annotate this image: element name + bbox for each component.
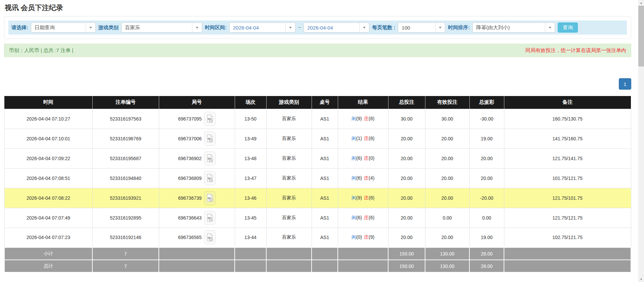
cell-payout: 0.00 <box>469 208 504 228</box>
cell-valid-bet: 20.00 <box>425 129 469 148</box>
video-replay-button[interactable] <box>204 171 216 185</box>
cell-payout: 20.00 <box>469 148 504 168</box>
cell-valid-bet: 0.00 <box>425 208 469 228</box>
table-header: 时间 注单编号 局号 场次 游戏类别 桌号 结果 总投注 有效投注 总派彩 备注 <box>4 96 631 109</box>
empty-cell <box>312 260 338 272</box>
subtotal-row: 小计 7 150.00 130.00 28.00 <box>4 247 631 260</box>
cell-round-id: 696737095 <box>159 109 235 129</box>
cell-total-bet-link[interactable]: 30.00 <box>388 109 425 129</box>
search-button[interactable]: 查询 <box>558 22 578 33</box>
result-player: 闲 <box>352 234 356 240</box>
header-time: 时间 <box>4 96 92 109</box>
scrollbar[interactable]: ▲ ▼ <box>638 0 644 282</box>
header-bet-id: 注单编号 <box>92 96 159 109</box>
valid-bet-note: 同局有效投注，统一计算在该局第一张注单内 <box>525 47 626 54</box>
cell-session: 13-50 <box>235 109 266 129</box>
result-player-score: (0) <box>356 234 362 240</box>
pagination: 1 <box>4 78 631 90</box>
empty-cell <box>504 260 631 272</box>
total-total-bet: 150.00 <box>388 260 425 272</box>
result-player-score: (9) <box>356 116 362 121</box>
result-banker: 庄 <box>364 155 369 161</box>
table-row: 2026-04-04 07:07:23 523316192146 6967365… <box>4 228 631 247</box>
round-id-text: 696736565 <box>178 235 201 240</box>
result-player-score: (1) <box>356 136 362 141</box>
cell-game-type: 百家乐 <box>266 148 312 168</box>
cell-total-bet-link[interactable]: 20.00 <box>388 168 425 188</box>
header-round-id: 局号 <box>159 96 235 109</box>
cell-total-bet-link[interactable]: 20.00 <box>388 129 425 148</box>
result-banker: 庄 <box>364 136 369 141</box>
cell-total-bet-link[interactable]: 20.00 <box>388 188 425 208</box>
result-banker: 庄 <box>364 234 369 240</box>
video-replay-button[interactable] <box>204 151 216 166</box>
currency-total-summary: 币别：人民币 | 总共 :7 注单 | <box>9 47 73 54</box>
empty-cell <box>159 260 235 272</box>
cell-result: 闲(9)庄(8) <box>338 188 388 208</box>
page-size-select[interactable]: 100 <box>398 22 445 33</box>
chevron-down-icon <box>285 23 295 32</box>
time-range-label: 时间区间: <box>205 25 227 31</box>
cell-session: 13-48 <box>235 148 266 168</box>
video-replay-button[interactable] <box>204 132 216 146</box>
sort-value: 降幂(由大到小) <box>473 25 545 31</box>
cell-note: 121.75/101.75 <box>504 188 631 208</box>
result-banker: 庄 <box>364 195 369 200</box>
date-range-tilde: ~ <box>298 25 301 30</box>
result-banker: 庄 <box>364 175 369 181</box>
date-to-select[interactable]: 2026-04-04 <box>304 22 369 33</box>
subtotal-valid-bet: 130.00 <box>425 247 469 260</box>
query-type-select[interactable]: 日期查询 <box>31 22 96 33</box>
main-content: 视讯 会员下注纪录 请选择: 日期查询 游戏类别 百家乐 时间区间: 2026-… <box>4 0 631 273</box>
result-banker-score: (6) <box>369 215 374 220</box>
date-from-select[interactable]: 2026-04-04 <box>229 22 295 33</box>
page-1-button[interactable]: 1 <box>619 78 631 90</box>
video-replay-button[interactable] <box>204 211 216 225</box>
summary-bar: 币别：人民币 | 总共 :7 注单 | 同局有效投注，统一计算在该局第一张注单内 <box>4 44 631 57</box>
filter-bar: 请选择: 日期查询 游戏类别 百家乐 时间区间: 2026-04-04 ~ 20… <box>8 20 627 35</box>
scroll-up-arrow-icon[interactable]: ▲ <box>638 0 644 6</box>
scrollbar-thumb[interactable] <box>638 6 644 66</box>
cell-table-no: AS1 <box>312 148 338 168</box>
game-type-select[interactable]: 百家乐 <box>121 22 202 33</box>
sort-label: 时间排序: <box>448 25 470 31</box>
cell-total-bet-link[interactable]: 20.00 <box>388 228 425 247</box>
table-footer: 小计 7 150.00 130.00 28.00 总计 7 1 <box>4 247 631 272</box>
cell-result: 闲(0)庄(9) <box>338 228 388 247</box>
cell-valid-bet: 20.00 <box>425 168 469 188</box>
cell-game-type: 百家乐 <box>266 168 312 188</box>
empty-cell <box>504 247 631 260</box>
cell-table-no: AS1 <box>312 109 338 129</box>
video-replay-button[interactable] <box>204 191 216 205</box>
query-type-value: 日期查询 <box>31 25 86 31</box>
cell-time: 2026-04-04 07:08:51 <box>4 168 92 188</box>
scroll-down-arrow-icon[interactable]: ▼ <box>638 276 644 282</box>
cell-game-type: 百家乐 <box>266 228 312 247</box>
video-file-icon <box>206 233 213 242</box>
sort-select[interactable]: 降幂(由大到小) <box>472 22 555 33</box>
cell-round-id: 696736643 <box>159 208 235 228</box>
result-player-score: (6) <box>356 155 362 161</box>
cell-table-no: AS1 <box>312 208 338 228</box>
game-type-value: 百家乐 <box>122 25 192 31</box>
empty-cell <box>266 247 312 260</box>
result-banker-score: (4) <box>369 175 374 181</box>
result-player-score: (6) <box>356 215 362 220</box>
video-replay-button[interactable] <box>204 112 216 126</box>
video-replay-button[interactable] <box>204 230 216 244</box>
cell-note: 121.75/141.75 <box>504 148 631 168</box>
game-type-label: 游戏类别 <box>98 25 119 31</box>
header-result: 结果 <box>338 96 388 109</box>
table-row: 2026-04-04 07:10:01 523316196769 6967370… <box>4 129 631 148</box>
cell-time: 2026-04-04 07:07:49 <box>4 208 92 228</box>
video-file-icon <box>206 134 213 143</box>
round-id-text: 696736739 <box>178 195 201 201</box>
cell-total-bet-link[interactable]: 20.00 <box>388 208 425 228</box>
result-player: 闲 <box>352 136 356 141</box>
result-player: 闲 <box>352 155 356 161</box>
cell-table-no: AS1 <box>312 168 338 188</box>
video-file-icon <box>206 154 213 162</box>
header-total-bet: 总投注 <box>388 96 425 109</box>
table-row: 2026-04-04 07:09:22 523316195687 6967369… <box>4 148 631 168</box>
cell-total-bet-link[interactable]: 20.00 <box>388 148 425 168</box>
